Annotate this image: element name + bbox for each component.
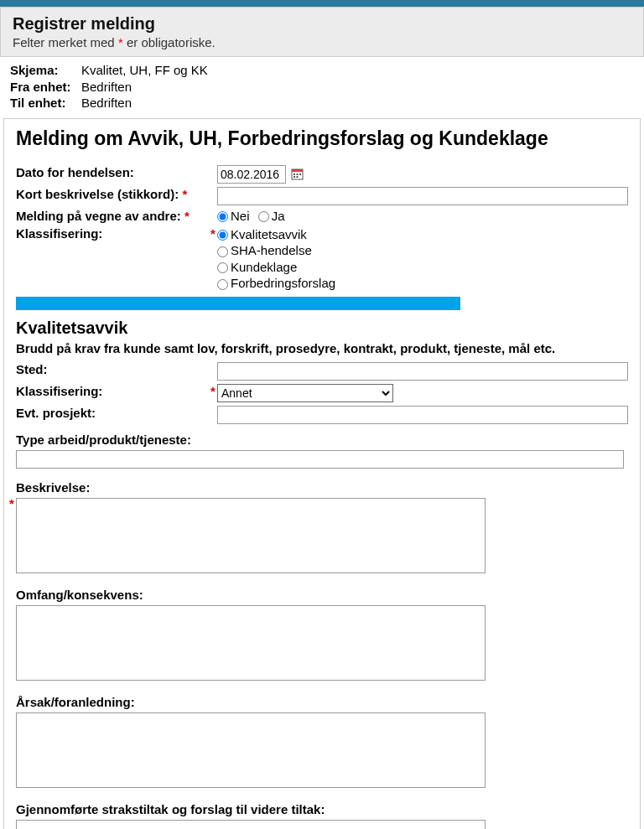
- arsak-textarea[interactable]: [16, 712, 486, 788]
- omfang-textarea[interactable]: [16, 605, 486, 681]
- radio-kvalitetsavvik-text: Kvalitetsavvik: [231, 227, 307, 241]
- svg-rect-1: [292, 169, 303, 172]
- prosjekt-input[interactable]: [217, 406, 628, 424]
- radio-forbedring[interactable]: [217, 279, 228, 290]
- beskrivelse-label: Beskrivelse:: [16, 480, 628, 495]
- form-title: Melding om Avvik, UH, Forbedringsforslag…: [16, 127, 628, 150]
- radio-no-label[interactable]: Nei: [217, 209, 250, 223]
- radio-no-text: Nei: [231, 209, 250, 223]
- radio-yes-label[interactable]: Ja: [258, 209, 285, 223]
- page-subtitle: Felter merket med * er obligatoriske.: [13, 35, 631, 49]
- schema-value: Kvalitet, UH, FF og KK: [81, 62, 208, 79]
- radio-forbedring-text: Forbedringsforslag: [231, 276, 335, 290]
- from-unit-label: Fra enhet:: [10, 79, 81, 96]
- arsak-label: Årsak/foranledning:: [16, 695, 628, 709]
- type-arbeid-input[interactable]: [16, 450, 624, 469]
- sted-label: Sted:: [16, 360, 217, 382]
- radio-kundeklage-label[interactable]: Kundeklage: [217, 259, 628, 276]
- on-behalf-label: Melding på vegne av andre:: [16, 209, 181, 223]
- meta-info: Skjema: Kvalitet, UH, FF og KK Fra enhet…: [0, 57, 644, 117]
- type-arbeid-label: Type arbeid/produkt/tjeneste:: [16, 433, 628, 447]
- schema-label: Skjema:: [10, 62, 81, 79]
- omfang-label: Omfang/konsekvens:: [16, 588, 628, 602]
- classification-label: Klassifisering:: [16, 226, 102, 241]
- required-star: *: [184, 209, 190, 223]
- short-desc-label: Kort beskrivelse (stikkord):: [16, 187, 179, 201]
- page-title: Registrer melding: [13, 14, 631, 34]
- date-input[interactable]: [217, 165, 286, 184]
- strakstiltak-label: Gjennomførte strakstiltak og forslag til…: [16, 802, 628, 816]
- svg-rect-5: [293, 176, 295, 178]
- required-star: *: [182, 187, 187, 201]
- radio-sha-label[interactable]: SHA-hendelse: [217, 242, 628, 259]
- section-divider-bar: [16, 297, 460, 310]
- svg-rect-6: [297, 176, 299, 178]
- radio-kvalitetsavvik-label[interactable]: Kvalitetsavvik: [217, 226, 628, 243]
- svg-rect-4: [299, 174, 301, 175]
- section-title: Kvalitetsavvik: [16, 319, 628, 338]
- subtitle-post: er obligatoriske.: [123, 35, 216, 49]
- calendar-icon[interactable]: [291, 168, 304, 183]
- section-fields-table: Sted: Klassifisering: * Annet Evt. prosj…: [16, 360, 628, 426]
- radio-yes-text: Ja: [272, 209, 285, 223]
- strakstiltak-textarea[interactable]: [16, 820, 486, 830]
- form-fields-table: Dato for hendelsen: K: [16, 163, 628, 293]
- beskrivelse-textarea[interactable]: [16, 498, 486, 573]
- radio-kundeklage-text: Kundeklage: [231, 260, 297, 274]
- svg-rect-3: [297, 174, 299, 175]
- radio-yes[interactable]: [258, 211, 269, 222]
- to-unit-label: Til enhet:: [10, 95, 81, 111]
- form-container: Melding om Avvik, UH, Forbedringsforslag…: [3, 118, 641, 830]
- prosjekt-label: Evt. prosjekt:: [16, 404, 217, 426]
- page-header: Registrer melding Felter merket med * er…: [0, 7, 644, 57]
- radio-kvalitetsavvik[interactable]: [217, 230, 228, 241]
- radio-kundeklage[interactable]: [217, 262, 228, 273]
- from-unit-value: Bedriften: [81, 79, 132, 96]
- svg-rect-2: [293, 174, 295, 175]
- short-desc-input[interactable]: [217, 187, 628, 205]
- radio-sha-text: SHA-hendelse: [231, 243, 312, 257]
- subtitle-pre: Felter merket med: [13, 35, 118, 49]
- section-description: Brudd på krav fra kunde samt lov, forskr…: [16, 341, 628, 355]
- required-star: *: [210, 384, 216, 398]
- radio-forbedring-label[interactable]: Forbedringsforslag: [217, 275, 628, 292]
- klassifisering-select[interactable]: Annet: [217, 384, 393, 402]
- klassifisering-label: Klassifisering:: [16, 384, 102, 398]
- required-star: *: [9, 496, 14, 510]
- radio-no[interactable]: [217, 211, 228, 222]
- required-star: *: [210, 226, 216, 241]
- sted-input[interactable]: [217, 362, 628, 381]
- date-label: Dato for hendelsen:: [16, 163, 217, 185]
- to-unit-value: Bedriften: [81, 95, 132, 111]
- radio-sha[interactable]: [217, 246, 228, 257]
- window-top-bar: [0, 0, 644, 7]
